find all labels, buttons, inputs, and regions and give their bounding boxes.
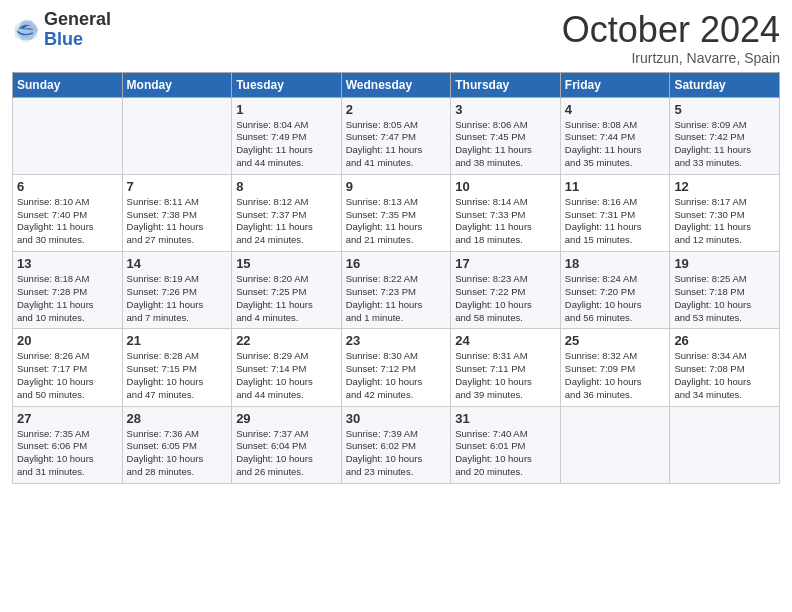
- logo-blue: Blue: [44, 30, 111, 50]
- calendar-cell: 20Sunrise: 8:26 AMSunset: 7:17 PMDayligh…: [13, 329, 123, 406]
- cell-content: Sunrise: 8:23 AMSunset: 7:22 PMDaylight:…: [455, 273, 556, 324]
- cell-content: Sunrise: 8:09 AMSunset: 7:42 PMDaylight:…: [674, 119, 775, 170]
- day-number: 14: [127, 256, 228, 271]
- day-number: 17: [455, 256, 556, 271]
- cell-content: Sunrise: 7:37 AMSunset: 6:04 PMDaylight:…: [236, 428, 337, 479]
- cell-content: Sunrise: 8:32 AMSunset: 7:09 PMDaylight:…: [565, 350, 666, 401]
- calendar-cell: 8Sunrise: 8:12 AMSunset: 7:37 PMDaylight…: [232, 174, 342, 251]
- cell-content: Sunrise: 8:16 AMSunset: 7:31 PMDaylight:…: [565, 196, 666, 247]
- weekday-header: Tuesday: [232, 72, 342, 97]
- cell-content: Sunrise: 8:22 AMSunset: 7:23 PMDaylight:…: [346, 273, 447, 324]
- logo-text: General Blue: [44, 10, 111, 50]
- calendar-week-row: 27Sunrise: 7:35 AMSunset: 6:06 PMDayligh…: [13, 406, 780, 483]
- day-number: 24: [455, 333, 556, 348]
- day-number: 30: [346, 411, 447, 426]
- cell-content: Sunrise: 8:10 AMSunset: 7:40 PMDaylight:…: [17, 196, 118, 247]
- cell-content: Sunrise: 8:26 AMSunset: 7:17 PMDaylight:…: [17, 350, 118, 401]
- day-number: 2: [346, 102, 447, 117]
- calendar-cell: 3Sunrise: 8:06 AMSunset: 7:45 PMDaylight…: [451, 97, 561, 174]
- calendar-cell: [122, 97, 232, 174]
- day-number: 25: [565, 333, 666, 348]
- cell-content: Sunrise: 8:14 AMSunset: 7:33 PMDaylight:…: [455, 196, 556, 247]
- day-number: 26: [674, 333, 775, 348]
- weekday-header: Friday: [560, 72, 670, 97]
- calendar-cell: 2Sunrise: 8:05 AMSunset: 7:47 PMDaylight…: [341, 97, 451, 174]
- calendar-cell: 21Sunrise: 8:28 AMSunset: 7:15 PMDayligh…: [122, 329, 232, 406]
- cell-content: Sunrise: 7:35 AMSunset: 6:06 PMDaylight:…: [17, 428, 118, 479]
- calendar-cell: 26Sunrise: 8:34 AMSunset: 7:08 PMDayligh…: [670, 329, 780, 406]
- cell-content: Sunrise: 8:29 AMSunset: 7:14 PMDaylight:…: [236, 350, 337, 401]
- day-number: 5: [674, 102, 775, 117]
- calendar-cell: 4Sunrise: 8:08 AMSunset: 7:44 PMDaylight…: [560, 97, 670, 174]
- calendar-cell: 27Sunrise: 7:35 AMSunset: 6:06 PMDayligh…: [13, 406, 123, 483]
- cell-content: Sunrise: 8:20 AMSunset: 7:25 PMDaylight:…: [236, 273, 337, 324]
- calendar-cell: 15Sunrise: 8:20 AMSunset: 7:25 PMDayligh…: [232, 252, 342, 329]
- day-number: 8: [236, 179, 337, 194]
- calendar-week-row: 6Sunrise: 8:10 AMSunset: 7:40 PMDaylight…: [13, 174, 780, 251]
- header: General Blue October 2024 Irurtzun, Nava…: [12, 10, 780, 66]
- day-number: 1: [236, 102, 337, 117]
- calendar-cell: 6Sunrise: 8:10 AMSunset: 7:40 PMDaylight…: [13, 174, 123, 251]
- day-number: 7: [127, 179, 228, 194]
- weekday-header: Thursday: [451, 72, 561, 97]
- weekday-header-row: SundayMondayTuesdayWednesdayThursdayFrid…: [13, 72, 780, 97]
- cell-content: Sunrise: 7:36 AMSunset: 6:05 PMDaylight:…: [127, 428, 228, 479]
- logo: General Blue: [12, 10, 111, 50]
- day-number: 10: [455, 179, 556, 194]
- calendar-cell: 16Sunrise: 8:22 AMSunset: 7:23 PMDayligh…: [341, 252, 451, 329]
- cell-content: Sunrise: 8:19 AMSunset: 7:26 PMDaylight:…: [127, 273, 228, 324]
- weekday-header: Saturday: [670, 72, 780, 97]
- cell-content: Sunrise: 8:24 AMSunset: 7:20 PMDaylight:…: [565, 273, 666, 324]
- cell-content: Sunrise: 7:39 AMSunset: 6:02 PMDaylight:…: [346, 428, 447, 479]
- day-number: 9: [346, 179, 447, 194]
- calendar-cell: 13Sunrise: 8:18 AMSunset: 7:28 PMDayligh…: [13, 252, 123, 329]
- location: Irurtzun, Navarre, Spain: [562, 50, 780, 66]
- calendar-cell: 12Sunrise: 8:17 AMSunset: 7:30 PMDayligh…: [670, 174, 780, 251]
- cell-content: Sunrise: 8:17 AMSunset: 7:30 PMDaylight:…: [674, 196, 775, 247]
- day-number: 27: [17, 411, 118, 426]
- weekday-header: Monday: [122, 72, 232, 97]
- day-number: 6: [17, 179, 118, 194]
- day-number: 19: [674, 256, 775, 271]
- day-number: 13: [17, 256, 118, 271]
- calendar-cell: 10Sunrise: 8:14 AMSunset: 7:33 PMDayligh…: [451, 174, 561, 251]
- day-number: 3: [455, 102, 556, 117]
- calendar-cell: 22Sunrise: 8:29 AMSunset: 7:14 PMDayligh…: [232, 329, 342, 406]
- calendar-table: SundayMondayTuesdayWednesdayThursdayFrid…: [12, 72, 780, 484]
- month-title: October 2024: [562, 10, 780, 50]
- calendar-cell: 29Sunrise: 7:37 AMSunset: 6:04 PMDayligh…: [232, 406, 342, 483]
- calendar-week-row: 20Sunrise: 8:26 AMSunset: 7:17 PMDayligh…: [13, 329, 780, 406]
- day-number: 20: [17, 333, 118, 348]
- day-number: 18: [565, 256, 666, 271]
- calendar-cell: 17Sunrise: 8:23 AMSunset: 7:22 PMDayligh…: [451, 252, 561, 329]
- calendar-week-row: 13Sunrise: 8:18 AMSunset: 7:28 PMDayligh…: [13, 252, 780, 329]
- day-number: 23: [346, 333, 447, 348]
- day-number: 15: [236, 256, 337, 271]
- cell-content: Sunrise: 8:04 AMSunset: 7:49 PMDaylight:…: [236, 119, 337, 170]
- calendar-cell: [560, 406, 670, 483]
- cell-content: Sunrise: 8:05 AMSunset: 7:47 PMDaylight:…: [346, 119, 447, 170]
- calendar-cell: 19Sunrise: 8:25 AMSunset: 7:18 PMDayligh…: [670, 252, 780, 329]
- weekday-header: Wednesday: [341, 72, 451, 97]
- logo-general: General: [44, 10, 111, 30]
- cell-content: Sunrise: 8:31 AMSunset: 7:11 PMDaylight:…: [455, 350, 556, 401]
- calendar-cell: 28Sunrise: 7:36 AMSunset: 6:05 PMDayligh…: [122, 406, 232, 483]
- calendar-cell: [13, 97, 123, 174]
- calendar-cell: 7Sunrise: 8:11 AMSunset: 7:38 PMDaylight…: [122, 174, 232, 251]
- calendar-cell: 1Sunrise: 8:04 AMSunset: 7:49 PMDaylight…: [232, 97, 342, 174]
- cell-content: Sunrise: 8:13 AMSunset: 7:35 PMDaylight:…: [346, 196, 447, 247]
- cell-content: Sunrise: 8:06 AMSunset: 7:45 PMDaylight:…: [455, 119, 556, 170]
- day-number: 16: [346, 256, 447, 271]
- calendar-cell: 30Sunrise: 7:39 AMSunset: 6:02 PMDayligh…: [341, 406, 451, 483]
- cell-content: Sunrise: 8:18 AMSunset: 7:28 PMDaylight:…: [17, 273, 118, 324]
- day-number: 11: [565, 179, 666, 194]
- calendar-cell: 11Sunrise: 8:16 AMSunset: 7:31 PMDayligh…: [560, 174, 670, 251]
- day-number: 4: [565, 102, 666, 117]
- calendar-cell: 5Sunrise: 8:09 AMSunset: 7:42 PMDaylight…: [670, 97, 780, 174]
- calendar-cell: 14Sunrise: 8:19 AMSunset: 7:26 PMDayligh…: [122, 252, 232, 329]
- calendar-cell: 25Sunrise: 8:32 AMSunset: 7:09 PMDayligh…: [560, 329, 670, 406]
- cell-content: Sunrise: 8:12 AMSunset: 7:37 PMDaylight:…: [236, 196, 337, 247]
- day-number: 12: [674, 179, 775, 194]
- cell-content: Sunrise: 8:28 AMSunset: 7:15 PMDaylight:…: [127, 350, 228, 401]
- cell-content: Sunrise: 8:34 AMSunset: 7:08 PMDaylight:…: [674, 350, 775, 401]
